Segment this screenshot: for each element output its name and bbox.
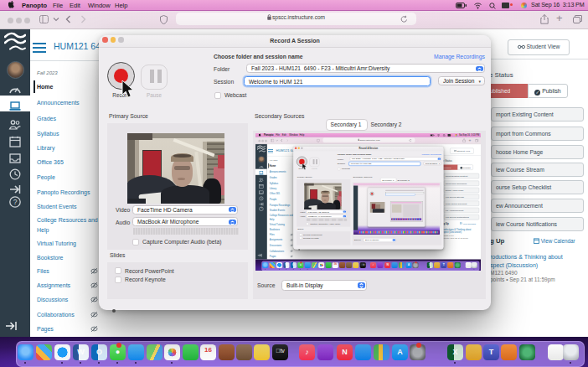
svg-text:?: ? [260, 207, 262, 210]
svg-text:?: ? [13, 198, 18, 206]
